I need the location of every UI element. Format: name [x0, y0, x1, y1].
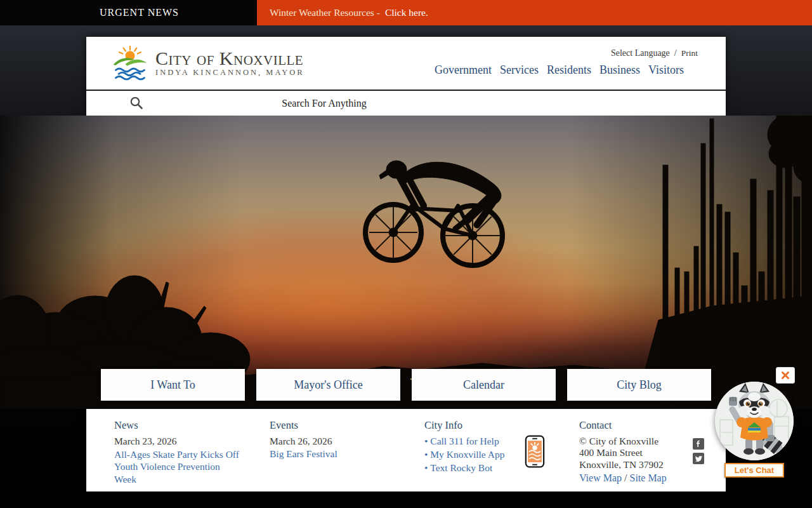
- rocky-bot-link[interactable]: Text Rocky Bot: [430, 462, 492, 474]
- site-map-link[interactable]: Site Map: [629, 472, 666, 484]
- urgent-news-label: URGENT NEWS: [0, 0, 257, 25]
- site-header: City of Knoxville INDYA KINCANNON, MAYOR…: [86, 37, 726, 116]
- address-line-2: Knoxville, TN 37902: [579, 459, 690, 471]
- select-language-link[interactable]: Select Language: [611, 48, 670, 58]
- footer-news-column: News March 23, 2026 All-Ages Skate Party…: [114, 419, 270, 491]
- mountain-biker-silhouette: [365, 161, 502, 265]
- lets-chat-button[interactable]: Let's Chat: [724, 463, 784, 478]
- main-navigation: Government Services Residents Business V…: [435, 64, 698, 77]
- i-want-to-button[interactable]: I Want To: [101, 369, 245, 401]
- event-date: March 26, 2026: [270, 436, 424, 447]
- site-logo[interactable]: City of Knoxville INDYA KINCANNON, MAYOR: [86, 37, 304, 90]
- news-heading: News: [114, 419, 270, 432]
- alert-message: Winter Weather Resources -: [270, 7, 380, 18]
- utility-links: Select Language / Print: [611, 48, 698, 58]
- footer-contact-column: Contact © City of Knoxville 400 Main Str…: [579, 419, 726, 491]
- footer-events-column: Events March 26, 2026 Big Ears Festival: [270, 419, 424, 491]
- nav-residents[interactable]: Residents: [547, 64, 591, 77]
- view-map-link[interactable]: View Map: [579, 472, 622, 484]
- event-link[interactable]: Big Ears Festival: [270, 448, 337, 460]
- alert-click-here-link[interactable]: Click here.: [385, 7, 428, 18]
- print-link[interactable]: Print: [681, 48, 698, 58]
- weather-alert-banner[interactable]: Winter Weather Resources - Click here.: [257, 0, 812, 25]
- chat-close-button[interactable]: [776, 367, 795, 384]
- urgent-news-bar: URGENT NEWS Winter Weather Resources - C…: [0, 0, 812, 25]
- calendar-button[interactable]: Calendar: [412, 369, 556, 401]
- knoxville-logo-icon: [110, 44, 150, 83]
- mobile-app-phone-icon[interactable]: [525, 434, 545, 469]
- contact-heading: Contact: [579, 419, 726, 432]
- nav-visitors[interactable]: Visitors: [648, 64, 684, 77]
- news-date: March 23, 2026: [114, 436, 270, 447]
- search-bar: [86, 91, 726, 116]
- address-line-1: 400 Main Street: [579, 447, 690, 458]
- rocky-raccoon-avatar[interactable]: [715, 382, 794, 460]
- quick-links-row: I Want To Mayor's Office Calendar City B…: [86, 369, 726, 401]
- city-blog-button[interactable]: City Blog: [567, 369, 711, 401]
- social-links: [693, 438, 704, 484]
- call-311-link[interactable]: Call 311 for Help: [430, 436, 499, 447]
- chat-widget: Let's Chat: [712, 367, 796, 478]
- footer-cityinfo-column: City Info Call 311 for Help My Knoxville…: [424, 419, 579, 491]
- logo-title: City of Knoxville: [155, 50, 304, 67]
- copyright-line: © City of Knoxville: [579, 436, 690, 447]
- nav-government[interactable]: Government: [435, 64, 492, 77]
- utility-separator: /: [674, 48, 677, 58]
- nav-services[interactable]: Services: [500, 64, 539, 77]
- search-input[interactable]: [155, 93, 494, 113]
- facebook-icon[interactable]: [693, 438, 704, 450]
- site-footer: News March 23, 2026 All-Ages Skate Party…: [86, 409, 726, 491]
- hero-image: I Want To Mayor's Office Calendar City B…: [0, 116, 812, 409]
- twitter-icon[interactable]: [693, 453, 704, 464]
- mayors-office-button[interactable]: Mayor's Office: [256, 369, 400, 401]
- news-article-link[interactable]: All-Ages Skate Party Kicks Off Youth Vio…: [114, 448, 241, 485]
- nav-business[interactable]: Business: [599, 64, 640, 77]
- city-info-heading: City Info: [424, 419, 579, 432]
- logo-subtitle: INDYA KINCANNON, MAYOR: [155, 68, 304, 77]
- search-icon[interactable]: [128, 95, 145, 112]
- events-heading: Events: [270, 419, 424, 432]
- maps-separator: /: [624, 472, 627, 483]
- biker-sunset-silhouette: [0, 116, 812, 409]
- knoxville-app-link[interactable]: My Knoxville App: [430, 449, 504, 460]
